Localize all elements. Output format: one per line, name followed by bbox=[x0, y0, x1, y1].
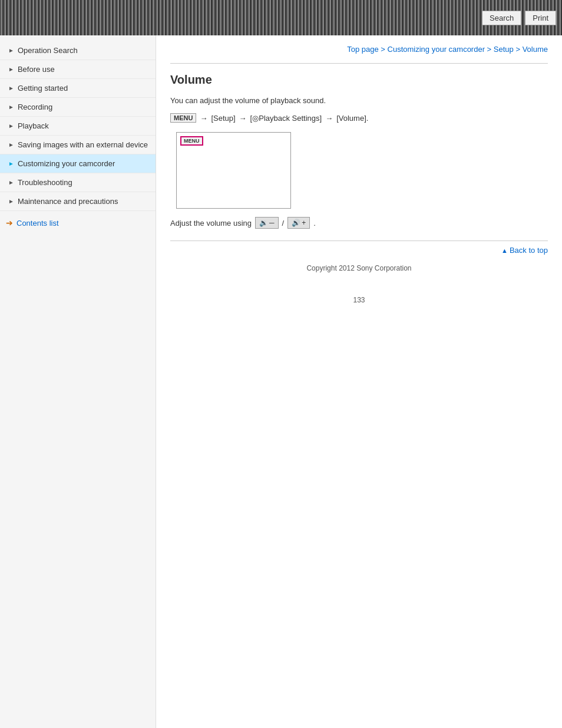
page-title: Volume bbox=[170, 73, 548, 87]
chevron-right-icon: ► bbox=[8, 47, 14, 54]
breadcrumb-separator: > bbox=[514, 45, 523, 54]
volume-up-label: + bbox=[302, 219, 306, 227]
sidebar-item-label: Saving images with an external device bbox=[18, 140, 148, 149]
sidebar-item-label: Troubleshooting bbox=[18, 178, 72, 187]
sidebar-item-before-use[interactable]: ► Before use bbox=[0, 60, 156, 79]
sidebar-item-label: Recording bbox=[18, 103, 52, 111]
volume-down-label: ─ bbox=[269, 219, 275, 227]
breadcrumb-setup[interactable]: Setup bbox=[494, 45, 514, 54]
sidebar-item-label: Maintenance and precautions bbox=[18, 197, 118, 206]
camera-screen-image: MENU bbox=[176, 132, 291, 209]
page-title-area: Volume bbox=[170, 63, 548, 87]
breadcrumb-separator: > bbox=[485, 45, 494, 54]
back-to-top-link[interactable]: Back to top bbox=[501, 246, 548, 255]
chevron-right-icon: ► bbox=[8, 104, 14, 110]
breadcrumb-top-page[interactable]: Top page bbox=[347, 45, 379, 54]
copyright: Copyright 2012 Sony Corporation bbox=[170, 264, 548, 272]
sidebar-item-saving-images[interactable]: ► Saving images with an external device bbox=[0, 136, 156, 154]
breadcrumb-volume: Volume bbox=[523, 45, 548, 54]
main-layout: ► Operation Search ► Before use ► Gettin… bbox=[0, 35, 562, 728]
arrow-right-icon: ➔ bbox=[6, 218, 13, 228]
volume-label: [Volume]. bbox=[336, 114, 368, 123]
sidebar-footer: ➔ Contents list bbox=[0, 211, 156, 235]
chevron-right-icon: ► bbox=[8, 141, 14, 148]
print-button[interactable]: Print bbox=[525, 11, 556, 25]
adjust-text: Adjust the volume using bbox=[170, 219, 252, 228]
sidebar-item-label: Customizing your camcorder bbox=[18, 159, 115, 168]
adjust-line: Adjust the volume using 🔉 ─ / 🔊 + . bbox=[170, 217, 548, 229]
sidebar-item-label: Before use bbox=[18, 65, 55, 74]
sidebar-item-operation-search[interactable]: ► Operation Search bbox=[0, 41, 156, 60]
setup-label: [Setup] bbox=[211, 114, 235, 123]
chevron-right-icon: ► bbox=[8, 66, 14, 73]
page-number: 133 bbox=[170, 296, 548, 304]
vol-separator: / bbox=[282, 219, 285, 228]
main-content: Top page > Customizing your camcorder > … bbox=[156, 35, 562, 728]
sidebar-item-label: Operation Search bbox=[18, 46, 78, 55]
sidebar-item-customizing[interactable]: ► Customizing your camcorder bbox=[0, 154, 156, 173]
sidebar-item-maintenance[interactable]: ► Maintenance and precautions bbox=[0, 192, 156, 211]
breadcrumb: Top page > Customizing your camcorder > … bbox=[170, 45, 548, 54]
search-button[interactable]: Search bbox=[482, 11, 521, 25]
arrow-symbol: → bbox=[200, 114, 207, 123]
volume-up-button: 🔊 + bbox=[287, 217, 310, 229]
volume-up-icon: 🔊 bbox=[292, 219, 300, 227]
instruction-line: MENU → [Setup] → [◎Playback Settings] → … bbox=[170, 113, 548, 123]
playback-settings-label: [◎Playback Settings] bbox=[250, 114, 322, 123]
breadcrumb-customizing[interactable]: Customizing your camcorder bbox=[388, 45, 485, 54]
period: . bbox=[313, 219, 316, 228]
arrow-symbol-3: → bbox=[325, 114, 333, 123]
chevron-right-icon: ► bbox=[8, 85, 14, 91]
sidebar-item-getting-started[interactable]: ► Getting started bbox=[0, 79, 156, 98]
volume-down-icon: 🔉 bbox=[259, 219, 268, 227]
chevron-right-icon: ► bbox=[8, 123, 14, 129]
chevron-right-icon: ► bbox=[8, 198, 14, 205]
menu-button-label: MENU bbox=[170, 113, 196, 123]
arrow-symbol-2: → bbox=[239, 114, 247, 123]
chevron-right-icon: ► bbox=[8, 160, 14, 167]
sidebar-item-troubleshooting[interactable]: ► Troubleshooting bbox=[0, 173, 156, 192]
sidebar: ► Operation Search ► Before use ► Gettin… bbox=[0, 35, 156, 728]
volume-down-button: 🔉 ─ bbox=[255, 217, 279, 229]
contents-list-link[interactable]: Contents list bbox=[16, 219, 59, 228]
breadcrumb-separator: > bbox=[379, 45, 388, 54]
sidebar-item-playback[interactable]: ► Playback bbox=[0, 117, 156, 136]
header: Search Print bbox=[0, 0, 562, 35]
footer-nav: Back to top bbox=[170, 241, 548, 255]
chevron-right-icon: ► bbox=[8, 179, 14, 186]
sidebar-item-label: Playback bbox=[18, 121, 49, 130]
intro-text: You can adjust the volume of playback so… bbox=[170, 96, 548, 105]
camera-menu-button: MENU bbox=[180, 136, 203, 146]
sidebar-item-label: Getting started bbox=[18, 84, 68, 93]
sidebar-item-recording[interactable]: ► Recording bbox=[0, 98, 156, 117]
